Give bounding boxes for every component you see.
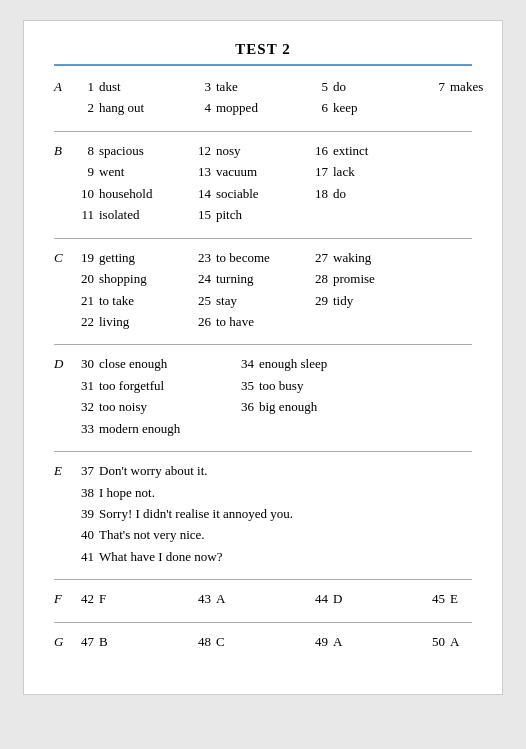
answer-text: vacuum — [216, 161, 306, 182]
answer-text: do — [333, 76, 423, 97]
answer-text: too noisy — [99, 396, 189, 417]
answer-num: 31 — [72, 375, 94, 396]
answer-item: 48 C — [189, 631, 306, 652]
answer-item: 25 stay — [189, 290, 306, 311]
answer-item: 43 A — [189, 588, 306, 609]
answer-item: 8 spacious — [72, 140, 189, 161]
row: 31 too forgetful 35 too busy — [72, 375, 472, 396]
answer-item: 11 isolated — [72, 204, 189, 225]
row: 42 F 43 A 44 D 45 E — [72, 588, 526, 609]
answer-num: 3 — [189, 76, 211, 97]
answer-item: 27 waking — [306, 247, 472, 268]
answer-num: 5 — [306, 76, 328, 97]
answer-text: household — [99, 183, 189, 204]
answer-item: 2 hang out — [72, 97, 189, 118]
answer-text: to become — [216, 247, 306, 268]
answer-num: 4 — [189, 97, 211, 118]
answer-item: 34 enough sleep — [232, 353, 472, 374]
answer-num: 44 — [306, 588, 328, 609]
answer-text: I hope not. — [99, 482, 155, 503]
section-D-content: 30 close enough 34 enough sleep 31 too f… — [72, 353, 472, 439]
answer-item: 1 dust — [72, 76, 189, 97]
answer-num: 9 — [72, 161, 94, 182]
answer-num: 27 — [306, 247, 328, 268]
answer-text: A — [216, 588, 306, 609]
answer-num: 28 — [306, 268, 328, 289]
answer-num: 16 — [306, 140, 328, 161]
answer-num: 39 — [72, 503, 94, 524]
answer-item: 13 vacuum — [189, 161, 306, 182]
answer-num: 43 — [189, 588, 211, 609]
answer-item: 36 big enough — [232, 396, 472, 417]
section-letter-D: D — [54, 353, 72, 374]
answer-text: Don't worry about it. — [99, 460, 208, 481]
answer-item: 45 E — [423, 588, 526, 609]
answer-text: too busy — [259, 375, 349, 396]
answer-num: 6 — [306, 97, 328, 118]
section-B: B 8 spacious 12 nosy 16 extinct — [54, 140, 472, 226]
answer-text: do — [333, 183, 423, 204]
answer-num: 1 — [72, 76, 94, 97]
answer-num: 8 — [72, 140, 94, 161]
divider — [54, 579, 472, 580]
answer-item: 23 to become — [189, 247, 306, 268]
section-G: G 47 B 48 C 49 A 50 — [54, 631, 472, 652]
row: 2 hang out 4 mopped 6 keep — [72, 97, 526, 118]
answer-text: pitch — [216, 204, 306, 225]
answer-item: 12 nosy — [189, 140, 306, 161]
page: TEST 2 A 1 dust 3 take 5 do — [23, 20, 503, 695]
row: 1 dust 3 take 5 do 7 makes — [72, 76, 526, 97]
row: 22 living 26 to have — [72, 311, 472, 332]
answer-item: 42 F — [72, 588, 189, 609]
answer-item: 20 shopping — [72, 268, 189, 289]
answer-num: 35 — [232, 375, 254, 396]
answer-text: mopped — [216, 97, 306, 118]
section-D: D 30 close enough 34 enough sleep 31 to — [54, 353, 472, 439]
answer-item: 35 too busy — [232, 375, 472, 396]
answer-item: 30 close enough — [72, 353, 232, 374]
answer-num: 45 — [423, 588, 445, 609]
answer-num: 2 — [72, 97, 94, 118]
answer-text: A — [450, 631, 526, 652]
answer-num: 19 — [72, 247, 94, 268]
answer-text: shopping — [99, 268, 189, 289]
answer-text: isolated — [99, 204, 189, 225]
answer-text: went — [99, 161, 189, 182]
answer-item: 18 do — [306, 183, 472, 204]
row: 11 isolated 15 pitch — [72, 204, 472, 225]
answer-item: 31 too forgetful — [72, 375, 232, 396]
divider — [54, 344, 472, 345]
row: 10 household 14 sociable 18 do — [72, 183, 472, 204]
answer-text: turning — [216, 268, 306, 289]
answer-text: enough sleep — [259, 353, 349, 374]
answer-item: 7 makes — [423, 76, 526, 97]
answer-item: 49 A — [306, 631, 423, 652]
answer-item: 47 B — [72, 631, 189, 652]
answer-num: 14 — [189, 183, 211, 204]
answer-item: 50 A — [423, 631, 526, 652]
answer-text: What have I done now? — [99, 546, 222, 567]
section-E-content: 37 Don't worry about it. 38 I hope not. … — [72, 460, 472, 567]
answer-num: 36 — [232, 396, 254, 417]
row: 32 too noisy 36 big enough — [72, 396, 472, 417]
answer-item: 6 keep — [306, 97, 423, 118]
answer-item: 4 mopped — [189, 97, 306, 118]
answer-item: 24 turning — [189, 268, 306, 289]
answer-text: C — [216, 631, 306, 652]
row: 19 getting 23 to become 27 waking — [72, 247, 472, 268]
section-letter-C: C — [54, 247, 72, 268]
answer-item: 16 extinct — [306, 140, 472, 161]
answer-item: 33 modern enough — [72, 418, 232, 439]
answer-text: B — [99, 631, 189, 652]
answer-num: 20 — [72, 268, 94, 289]
page-title: TEST 2 — [54, 41, 472, 66]
answer-item: 29 tidy — [306, 290, 472, 311]
answer-item: 10 household — [72, 183, 189, 204]
answer-text: E — [450, 588, 526, 609]
answer-text: Sorry! I didn't realise it annoyed you. — [99, 503, 293, 524]
answer-num: 48 — [189, 631, 211, 652]
answer-item: 14 sociable — [189, 183, 306, 204]
row: 47 B 48 C 49 A 50 A — [72, 631, 526, 652]
answer-item — [423, 97, 503, 118]
answer-text: modern enough — [99, 418, 189, 439]
